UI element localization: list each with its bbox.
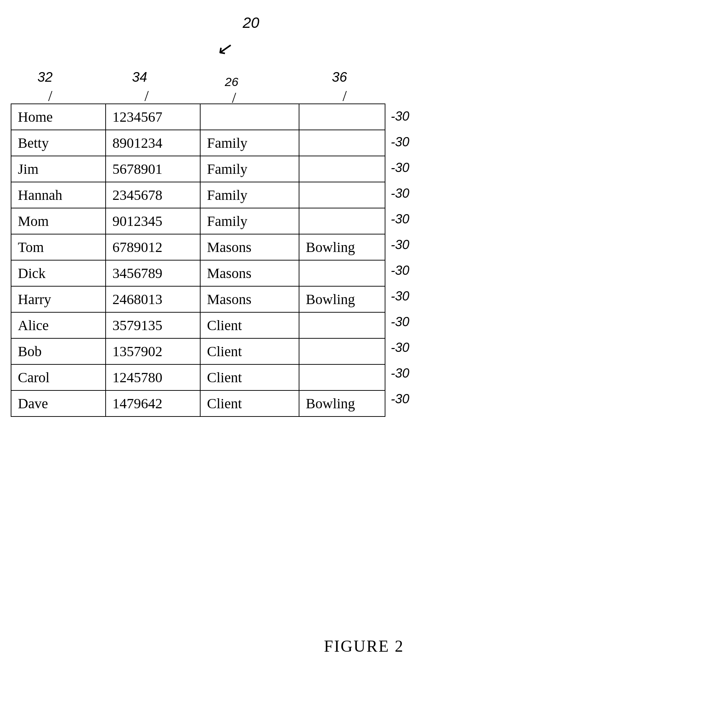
- row-label: -30: [391, 335, 409, 360]
- cell-group2: [299, 208, 385, 234]
- cell-number: 1245780: [105, 364, 200, 390]
- row-label: -30: [391, 155, 409, 181]
- row-label: -30: [391, 386, 409, 412]
- cell-name: Harry: [11, 286, 105, 312]
- table-row: Alice3579135Client: [11, 312, 385, 338]
- contact-table: Home1234567Betty8901234FamilyJim5678901F…: [11, 104, 386, 417]
- figure-caption: FIGURE 2: [0, 637, 728, 656]
- table-row: Jim5678901Family: [11, 156, 385, 182]
- cell-group2: [299, 312, 385, 338]
- row-label: -30: [391, 104, 409, 129]
- cell-group1: Family: [200, 156, 299, 182]
- cell-group1: Family: [200, 208, 299, 234]
- cell-group2: [299, 156, 385, 182]
- cell-group2: Bowling: [299, 286, 385, 312]
- cell-group1: Client: [200, 364, 299, 390]
- cell-group1: Family: [200, 130, 299, 156]
- table-row: Dave1479642ClientBowling: [11, 390, 385, 416]
- arrow-20-icon: ↙: [216, 36, 235, 60]
- cell-number: 1357902: [105, 338, 200, 364]
- table-row: Betty8901234Family: [11, 130, 385, 156]
- cell-name: Hannah: [11, 182, 105, 208]
- cell-number: 1234567: [105, 104, 200, 130]
- table-row: Tom6789012MasonsBowling: [11, 234, 385, 260]
- table-row: Bob1357902Client: [11, 338, 385, 364]
- row-label: -30: [391, 309, 409, 335]
- row-labels: -30-30-30-30-30-30-30-30-30-30-30-30: [391, 104, 409, 412]
- page: 20 ↙ 32 / 34 / 26 / 36 / Home1234567Bett…: [0, 0, 728, 702]
- cell-group2: [299, 182, 385, 208]
- cell-group1: Masons: [200, 234, 299, 260]
- cell-number: 8901234: [105, 130, 200, 156]
- slash-36: /: [342, 87, 347, 105]
- table-row: Dick3456789Masons: [11, 260, 385, 286]
- cell-group1: Masons: [200, 260, 299, 286]
- data-table: Home1234567Betty8901234FamilyJim5678901F…: [11, 104, 386, 417]
- cell-group2: Bowling: [299, 390, 385, 416]
- annotation-26: 26: [225, 75, 238, 89]
- table-row: Home1234567: [11, 104, 385, 130]
- cell-number: 5678901: [105, 156, 200, 182]
- row-label: -30: [391, 283, 409, 309]
- cell-group2: [299, 130, 385, 156]
- cell-group1: Family: [200, 182, 299, 208]
- annotation-20: 20: [243, 14, 259, 32]
- cell-name: Alice: [11, 312, 105, 338]
- cell-number: 2345678: [105, 182, 200, 208]
- cell-group2: [299, 104, 385, 130]
- cell-number: 9012345: [105, 208, 200, 234]
- cell-name: Home: [11, 104, 105, 130]
- cell-name: Mom: [11, 208, 105, 234]
- row-label: -30: [391, 181, 409, 206]
- cell-name: Tom: [11, 234, 105, 260]
- cell-group1: Client: [200, 312, 299, 338]
- cell-name: Bob: [11, 338, 105, 364]
- cell-number: 3579135: [105, 312, 200, 338]
- row-label: -30: [391, 360, 409, 386]
- row-label: -30: [391, 258, 409, 283]
- annotation-36: 36: [332, 69, 347, 85]
- cell-group2: [299, 338, 385, 364]
- cell-group1: Client: [200, 390, 299, 416]
- table-row: Carol1245780Client: [11, 364, 385, 390]
- table-row: Mom9012345Family: [11, 208, 385, 234]
- cell-number: 2468013: [105, 286, 200, 312]
- cell-name: Jim: [11, 156, 105, 182]
- cell-group2: Bowling: [299, 234, 385, 260]
- cell-group2: [299, 260, 385, 286]
- cell-group1: [200, 104, 299, 130]
- row-label: -30: [391, 129, 409, 155]
- table-row: Harry2468013MasonsBowling: [11, 286, 385, 312]
- cell-group1: Client: [200, 338, 299, 364]
- slash-32: /: [48, 87, 52, 105]
- cell-number: 3456789: [105, 260, 200, 286]
- annotation-32: 32: [38, 69, 52, 85]
- cell-group2: [299, 364, 385, 390]
- row-label: -30: [391, 232, 409, 258]
- row-label: -30: [391, 206, 409, 232]
- cell-number: 6789012: [105, 234, 200, 260]
- cell-number: 1479642: [105, 390, 200, 416]
- cell-group1: Masons: [200, 286, 299, 312]
- table-row: Hannah2345678Family: [11, 182, 385, 208]
- annotation-34: 34: [132, 69, 147, 85]
- cell-name: Carol: [11, 364, 105, 390]
- cell-name: Betty: [11, 130, 105, 156]
- cell-name: Dave: [11, 390, 105, 416]
- cell-name: Dick: [11, 260, 105, 286]
- slash-34: /: [144, 87, 149, 105]
